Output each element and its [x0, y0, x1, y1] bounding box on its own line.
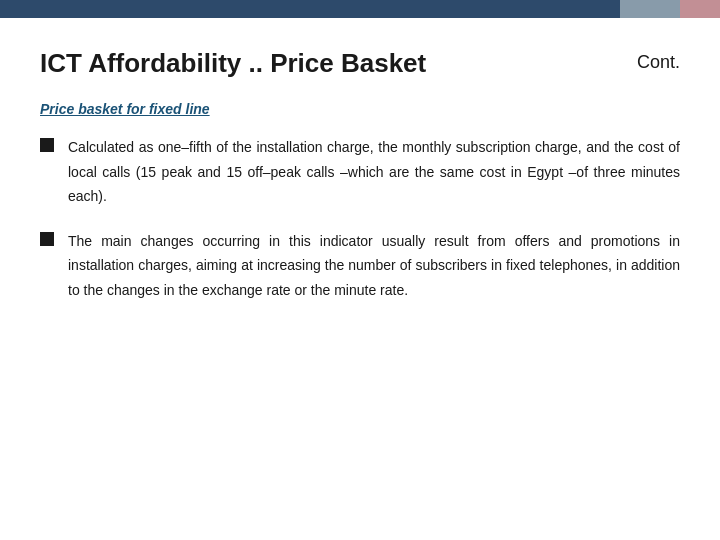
accent-square-light [620, 0, 680, 18]
slide-content: ICT Affordability .. Price Basket Cont. … [0, 18, 720, 540]
section-heading: Price basket for fixed line [40, 101, 680, 117]
top-bar [0, 0, 720, 18]
bullet-list: Calculated as one–fifth of the installat… [40, 135, 680, 302]
bullet-item-2: The main changes occurring in this indic… [40, 229, 680, 303]
cont-label: Cont. [637, 52, 680, 73]
bullet-text-2: The main changes occurring in this indic… [68, 229, 680, 303]
header-row: ICT Affordability .. Price Basket Cont. [40, 48, 680, 79]
accent-square-pink [680, 0, 720, 18]
bullet-marker-1 [40, 138, 54, 152]
slide-title: ICT Affordability .. Price Basket [40, 48, 426, 79]
bullet-marker-2 [40, 232, 54, 246]
bullet-item-1: Calculated as one–fifth of the installat… [40, 135, 680, 209]
bullet-text-1: Calculated as one–fifth of the installat… [68, 135, 680, 209]
top-accent [620, 0, 720, 18]
